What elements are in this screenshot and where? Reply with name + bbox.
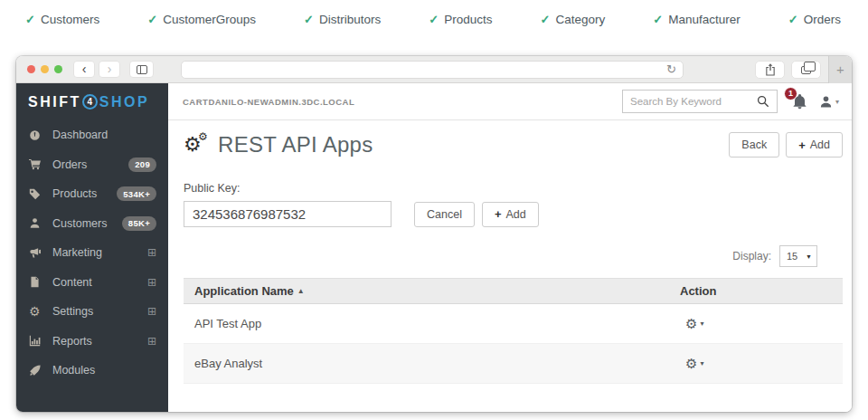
logo-shop: SHOP — [99, 94, 149, 110]
sidebar-item-content[interactable]: Content⊞ — [16, 268, 168, 298]
search-icon[interactable] — [757, 95, 769, 108]
gear-icon: ⚙ — [685, 317, 697, 330]
expand-plus-icon[interactable]: ⊞ — [147, 306, 156, 317]
minimize-window-icon[interactable] — [41, 65, 49, 73]
action-cell: ⚙▾ — [680, 317, 843, 331]
check-icon: ✓ — [540, 13, 550, 26]
logo-four-icon: 4 — [82, 94, 98, 110]
sidebar-item-dashboard[interactable]: Dashboard — [16, 120, 168, 150]
count-badge: 209 — [128, 158, 156, 172]
zoom-window-icon[interactable] — [54, 65, 62, 73]
table-row: eBay Analyst⚙▾ — [184, 344, 843, 384]
tags-icon — [29, 188, 43, 200]
chart-icon — [29, 335, 43, 347]
sidebar-item-label: Orders — [52, 158, 128, 171]
expand-plus-icon[interactable]: ⊞ — [147, 336, 156, 347]
sidebar-item-label: Content — [52, 276, 147, 289]
check-icon: ✓ — [25, 13, 35, 26]
status-item-customers: ✓Customers — [25, 13, 99, 26]
notification-badge: 1 — [784, 87, 797, 100]
search-input[interactable] — [630, 96, 757, 107]
account-menu-button[interactable]: ▾ — [819, 95, 839, 109]
sidebar-item-label: Settings — [52, 305, 147, 318]
sort-asc-icon: ▲ — [297, 287, 305, 295]
status-item-manufacturer: ✓Manufacturer — [653, 13, 740, 26]
sidebar-toggle-icon — [137, 65, 147, 74]
tab-overview-button[interactable] — [791, 61, 821, 79]
sidebar-item-label: Dashboard — [52, 129, 156, 141]
app-name-cell: eBay Analyst — [184, 357, 680, 370]
app-name-cell: API Test App — [184, 317, 680, 330]
gears-icon: ⚙ — [29, 305, 43, 318]
check-icon: ✓ — [429, 13, 439, 26]
document-icon — [29, 276, 43, 288]
confirm-add-button[interactable]: + Add — [482, 202, 539, 227]
sidebar-item-marketing[interactable]: Marketing⊞ — [16, 238, 168, 268]
plus-icon: + — [798, 139, 806, 151]
sidebar-item-settings[interactable]: ⚙Settings⊞ — [16, 297, 168, 327]
status-item-distributors: ✓Distributors — [304, 13, 381, 26]
expand-plus-icon[interactable]: ⊞ — [147, 247, 156, 258]
status-item-orders: ✓Orders — [788, 13, 841, 26]
shift4shop-logo[interactable]: SHIFT 4 SHOP — [16, 83, 168, 120]
browser-window: ‹ › ↻ + SHIFT 4 — [16, 56, 852, 412]
rest-api-gears-icon: ⚙⚙ — [184, 133, 211, 157]
reload-icon[interactable]: ↻ — [666, 63, 676, 75]
check-icon: ✓ — [653, 13, 663, 26]
table-header-row: Application Name ▲ Action — [184, 278, 843, 304]
caret-down-icon: ▾ — [700, 359, 703, 368]
store-domain: CARTDANILO-NEWADMIN.3DC.LOCAL — [183, 97, 354, 107]
sidebar-toggle-button[interactable] — [129, 61, 154, 78]
page-title: REST API Apps — [218, 132, 373, 158]
status-item-customergroups: ✓CustomerGroups — [147, 13, 256, 26]
check-icon: ✓ — [304, 13, 314, 26]
count-badge: 85K+ — [122, 216, 156, 231]
check-icon: ✓ — [788, 13, 798, 26]
table-body: API Test App⚙▾eBay Analyst⚙▾ — [184, 304, 843, 384]
sidebar-item-customers[interactable]: Customers85K+ — [16, 209, 168, 239]
forward-nav-button[interactable]: › — [99, 61, 120, 78]
column-header-application-name[interactable]: Application Name ▲ — [184, 284, 680, 298]
share-button[interactable] — [755, 61, 785, 79]
share-icon — [765, 63, 776, 76]
check-icon: ✓ — [147, 13, 157, 26]
public-key-form: Public Key: Cancel + Add — [184, 182, 843, 227]
row-action-button[interactable]: ⚙▾ — [685, 357, 703, 370]
user-icon — [819, 95, 833, 109]
cart-icon — [29, 158, 43, 170]
sidebar-item-modules[interactable]: Modules — [16, 356, 168, 386]
caret-down-icon: ▾ — [700, 320, 703, 328]
select-caret-icon: ▼ — [806, 253, 812, 260]
cancel-button[interactable]: Cancel — [414, 202, 475, 227]
add-app-button[interactable]: + Add — [786, 132, 843, 158]
sidebar-item-reports[interactable]: Reports⊞ — [16, 327, 168, 357]
dashboard-icon — [29, 129, 43, 141]
status-item-products: ✓Products — [429, 13, 492, 26]
rocket-icon — [29, 365, 43, 377]
column-header-action: Action — [680, 284, 843, 298]
address-bar[interactable]: ↻ — [181, 61, 684, 79]
public-key-label: Public Key: — [184, 182, 843, 195]
keyword-search[interactable] — [622, 90, 778, 113]
display-label: Display: — [732, 250, 771, 262]
back-button[interactable]: Back — [729, 132, 779, 158]
url-input[interactable] — [188, 64, 666, 75]
sidebar-item-orders[interactable]: Orders209 — [16, 150, 168, 180]
row-action-button[interactable]: ⚙▾ — [685, 317, 703, 330]
admin-topbar: CARTDANILO-NEWADMIN.3DC.LOCAL 1 — [168, 83, 852, 120]
api-apps-table: Application Name ▲ Action API Test App⚙▾… — [184, 278, 843, 384]
close-window-icon[interactable] — [27, 65, 35, 73]
expand-plus-icon[interactable]: ⊞ — [147, 277, 156, 288]
sidebar-item-label: Reports — [52, 335, 147, 348]
chevron-down-icon: ▾ — [835, 98, 839, 106]
sidebar-item-products[interactable]: Products534K+ — [16, 179, 168, 209]
back-nav-button[interactable]: ‹ — [73, 61, 95, 78]
window-controls — [27, 65, 62, 73]
import-status-bar: ✓Customers✓CustomerGroups✓Distributors✓P… — [0, 0, 868, 38]
notifications-button[interactable]: 1 — [792, 94, 807, 110]
public-key-input[interactable] — [184, 201, 392, 227]
new-tab-button[interactable]: + — [828, 56, 852, 83]
display-count-select[interactable]: 15 ▼ — [779, 245, 817, 267]
plus-icon: + — [495, 208, 502, 220]
table-row: API Test App⚙▾ — [184, 304, 843, 344]
